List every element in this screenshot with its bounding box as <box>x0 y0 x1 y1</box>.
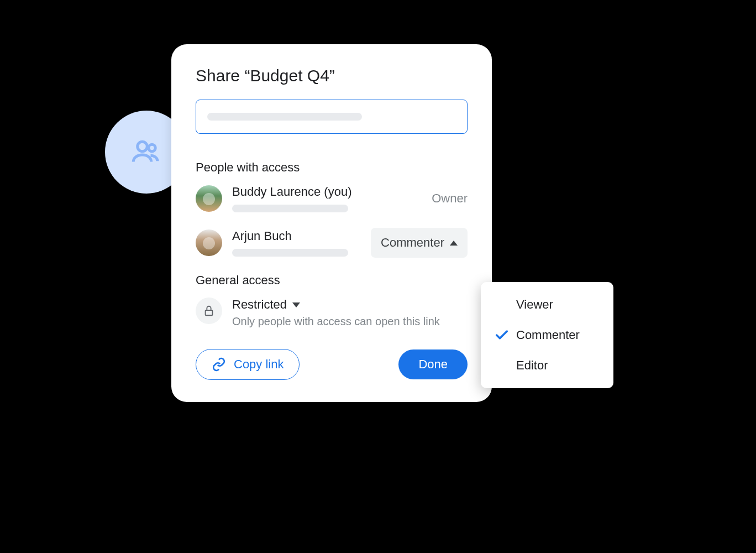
person-info: Arjun Buch <box>232 229 371 257</box>
check-icon <box>494 327 510 343</box>
role-label-owner: Owner <box>432 191 468 206</box>
svg-point-0 <box>138 142 148 152</box>
avatar <box>196 229 222 256</box>
dropdown-option-label: Commenter <box>516 328 580 342</box>
lock-icon <box>203 305 215 317</box>
person-email-skeleton <box>232 205 348 212</box>
people-with-access-heading: People with access <box>196 160 468 175</box>
restricted-dropdown-trigger[interactable]: Restricted <box>232 298 440 312</box>
general-access-heading: General access <box>196 273 468 288</box>
avatar <box>196 185 222 212</box>
person-name: Buddy Laurence (you) <box>232 185 432 199</box>
done-button[interactable]: Done <box>398 349 468 379</box>
person-row-owner: Buddy Laurence (you) Owner <box>196 185 468 212</box>
restricted-label: Restricted <box>232 298 287 312</box>
chevron-up-icon <box>450 241 458 246</box>
lock-icon-container <box>196 298 222 324</box>
chevron-down-icon <box>292 302 300 307</box>
add-people-input[interactable] <box>196 100 468 134</box>
link-icon <box>212 357 226 372</box>
people-group-icon <box>130 135 163 169</box>
input-placeholder-skeleton <box>207 113 362 121</box>
dropdown-option-editor[interactable]: Editor <box>481 351 613 380</box>
dialog-button-row: Copy link Done <box>196 349 468 380</box>
person-info: Buddy Laurence (you) <box>232 185 432 212</box>
svg-point-1 <box>149 144 156 152</box>
svg-rect-2 <box>206 310 213 315</box>
dropdown-option-label: Viewer <box>516 298 553 312</box>
person-name: Arjun Buch <box>232 229 371 243</box>
dropdown-option-label: Editor <box>516 358 548 373</box>
general-access-row: Restricted Only people with access can o… <box>196 298 468 328</box>
share-dialog: Share “Budget Q4” People with access Bud… <box>171 44 492 402</box>
copy-link-button[interactable]: Copy link <box>196 349 300 380</box>
dialog-title: Share “Budget Q4” <box>196 66 468 85</box>
copy-link-label: Copy link <box>234 357 284 372</box>
restricted-description: Only people with access can open this li… <box>232 315 440 328</box>
role-dropdown-menu: Viewer Commenter Editor <box>481 282 613 388</box>
person-email-skeleton <box>232 249 348 257</box>
person-row-collaborator: Arjun Buch Commenter <box>196 228 468 258</box>
dropdown-option-viewer[interactable]: Viewer <box>481 290 613 320</box>
dropdown-option-commenter[interactable]: Commenter <box>481 320 613 351</box>
role-dropdown-trigger[interactable]: Commenter <box>371 228 468 258</box>
role-dropdown-label: Commenter <box>381 236 444 250</box>
